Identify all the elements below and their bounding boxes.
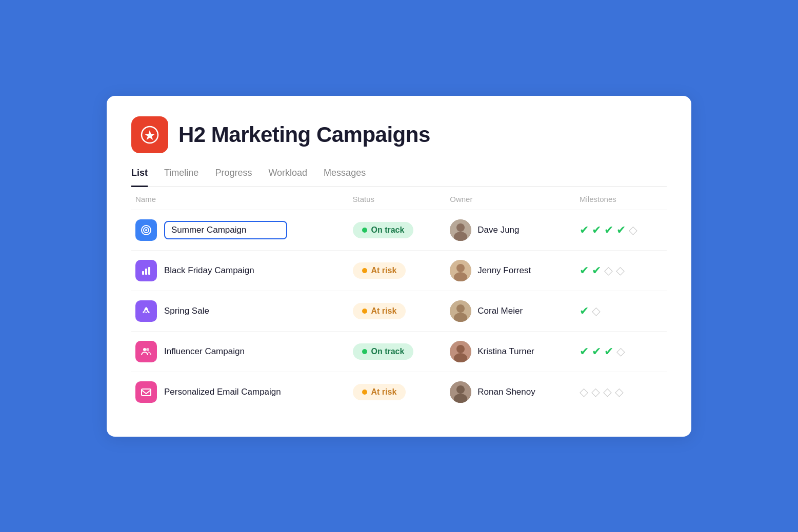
campaign-name-text: Spring Sale xyxy=(164,306,209,316)
avatar xyxy=(450,219,471,241)
milestone-completed: ✔ xyxy=(580,264,589,277)
milestones-cell: ✔◇ xyxy=(573,291,667,331)
main-card: H2 Marketing Campaigns List Timeline Pro… xyxy=(107,96,691,437)
owner-cell: Ronan Shenoy xyxy=(444,372,573,412)
campaign-name-text: Influencer Campaign xyxy=(164,346,245,357)
svg-point-11 xyxy=(456,264,465,272)
milestone-empty: ◇ xyxy=(604,264,613,277)
status-badge: On track xyxy=(353,222,414,238)
owner-name: Kristina Turner xyxy=(477,346,534,357)
svg-point-13 xyxy=(145,310,147,312)
milestone-completed: ✔ xyxy=(616,223,626,237)
milestone-completed: ✔ xyxy=(592,223,601,237)
name-cell: Black Friday Campaign xyxy=(131,250,347,291)
status-text: At risk xyxy=(371,387,397,397)
owner-name: Ronan Shenoy xyxy=(477,387,535,397)
status-badge: At risk xyxy=(353,303,406,319)
project-icon xyxy=(135,381,157,403)
milestone-empty: ◇ xyxy=(629,223,637,237)
status-cell: On track xyxy=(347,210,444,250)
project-icon xyxy=(135,219,157,241)
status-cell: At risk xyxy=(347,291,444,331)
table-row: Black Friday CampaignAt risk Jenny Forre… xyxy=(131,250,667,291)
status-badge: At risk xyxy=(353,384,406,400)
status-dot xyxy=(362,309,367,314)
status-dot xyxy=(362,228,367,233)
milestones-cell: ◇◇◇◇ xyxy=(573,372,667,412)
svg-point-5 xyxy=(456,223,465,232)
status-cell: At risk xyxy=(347,250,444,291)
milestones-cell: ✔✔✔✔◇ xyxy=(573,210,667,250)
status-cell: On track xyxy=(347,331,444,372)
status-text: At risk xyxy=(371,306,397,316)
owner-cell: Coral Meier xyxy=(444,291,573,331)
campaign-name-text: Personalized Email Campaign xyxy=(164,387,281,397)
milestone-completed: ✔ xyxy=(580,345,589,358)
milestone-empty: ◇ xyxy=(616,264,625,277)
owner-name: Dave Jung xyxy=(477,225,519,235)
col-name: Name xyxy=(131,187,347,210)
milestone-empty: ◇ xyxy=(580,385,588,399)
owner-cell: Kristina Turner xyxy=(444,331,573,372)
name-cell: Spring Sale xyxy=(131,291,347,331)
milestone-completed: ✔ xyxy=(592,345,601,358)
table-row: Personalized Email CampaignAt risk Ronan… xyxy=(131,372,667,412)
project-icon xyxy=(135,300,157,322)
campaign-name-text: Black Friday Campaign xyxy=(164,265,254,276)
status-badge: At risk xyxy=(353,262,406,279)
status-text: On track xyxy=(371,226,405,235)
status-cell: At risk xyxy=(347,372,444,412)
milestone-empty: ◇ xyxy=(603,385,612,399)
status-badge: On track xyxy=(353,343,414,360)
campaign-name-input[interactable] xyxy=(164,221,287,239)
col-owner: Owner xyxy=(444,187,573,210)
app-logo xyxy=(131,116,168,153)
milestone-completed: ✔ xyxy=(604,223,613,237)
col-milestones: Milestones xyxy=(573,187,667,210)
name-cell xyxy=(131,210,347,250)
milestone-completed: ✔ xyxy=(580,223,589,237)
col-status: Status xyxy=(347,187,444,210)
milestone-completed: ✔ xyxy=(580,304,589,318)
milestone-empty: ◇ xyxy=(591,385,600,399)
svg-point-18 xyxy=(146,348,149,351)
name-cell: Influencer Campaign xyxy=(131,331,347,372)
svg-rect-22 xyxy=(142,389,151,396)
status-dot xyxy=(362,268,367,273)
status-dot xyxy=(362,349,367,354)
avatar xyxy=(450,300,471,322)
table-row: Influencer CampaignOn track Kristina Tur… xyxy=(131,331,667,372)
svg-rect-7 xyxy=(142,271,144,275)
name-cell: Personalized Email Campaign xyxy=(131,372,347,412)
svg-point-20 xyxy=(456,345,465,353)
project-icon xyxy=(135,260,157,281)
page-title: H2 Marketing Campaigns xyxy=(178,122,430,147)
tab-workload[interactable]: Workload xyxy=(268,168,307,187)
table-row: On track Dave Jung✔✔✔✔◇ xyxy=(131,210,667,250)
tab-timeline[interactable]: Timeline xyxy=(164,168,198,187)
svg-rect-9 xyxy=(148,267,150,275)
avatar xyxy=(450,341,471,362)
header: H2 Marketing Campaigns xyxy=(131,116,667,153)
tab-progress[interactable]: Progress xyxy=(215,168,252,187)
owner-name: Coral Meier xyxy=(477,306,523,316)
avatar xyxy=(450,381,471,403)
milestone-completed: ✔ xyxy=(604,345,613,358)
owner-cell: Dave Jung xyxy=(444,210,573,250)
owner-cell: Jenny Forrest xyxy=(444,250,573,291)
tabs-nav: List Timeline Progress Workload Messages xyxy=(131,168,667,187)
milestone-empty: ◇ xyxy=(616,345,625,358)
status-dot xyxy=(362,390,367,395)
tab-list[interactable]: List xyxy=(131,168,148,187)
svg-rect-8 xyxy=(145,269,147,275)
status-text: On track xyxy=(371,347,405,356)
milestone-empty: ◇ xyxy=(592,304,601,318)
svg-point-24 xyxy=(456,385,465,394)
avatar xyxy=(450,260,471,281)
svg-point-3 xyxy=(145,229,147,231)
tab-messages[interactable]: Messages xyxy=(324,168,366,187)
project-icon xyxy=(135,341,157,362)
svg-point-15 xyxy=(456,304,465,313)
status-text: At risk xyxy=(371,266,397,275)
owner-name: Jenny Forrest xyxy=(477,265,531,276)
